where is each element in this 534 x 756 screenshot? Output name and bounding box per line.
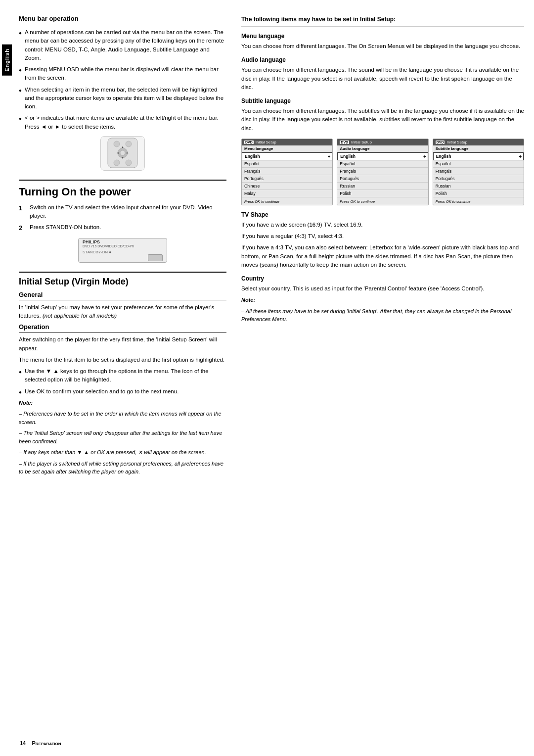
panel2-item-english[interactable]: English — [337, 152, 428, 160]
svg-text:►: ► — [126, 151, 129, 154]
panel2-item-espanol[interactable]: Español — [337, 160, 428, 168]
panel3-header: DVD Initial Setup — [433, 139, 524, 145]
menu-language-text: You can choose from different languages.… — [241, 42, 524, 50]
panel1-item-chinese[interactable]: Chinese — [242, 183, 332, 190]
list-item: When selecting an item in the menu bar, … — [19, 86, 226, 111]
svg-point-10 — [126, 160, 132, 166]
dvd-logo-2: DVD — [340, 141, 349, 144]
intro-heading: The following items may have to be set i… — [241, 15, 524, 24]
turning-on-heading: Turning On the power — [19, 180, 226, 198]
player-diagram-container: PHILIPS DVD 716 DVD/VIDEO CD/CD-Ph STAND… — [19, 238, 226, 263]
left-column: Menu bar operation A number of operation… — [19, 15, 226, 741]
panel3-item-russian[interactable]: Russian — [433, 183, 524, 190]
list-item: Switch on the TV and select the video in… — [19, 203, 226, 221]
right-column: The following items may have to be set i… — [236, 15, 524, 741]
language-tab: English — [0, 15, 14, 741]
panel3-item-english[interactable]: English — [433, 152, 524, 160]
panel1-item-portugues[interactable]: Português — [242, 175, 332, 183]
note-2: – The 'Initial Setup' screen will only d… — [19, 429, 226, 445]
list-item: Use OK to confirm your selection and to … — [19, 387, 226, 396]
country-text: Select your country. This is used as inp… — [241, 284, 524, 293]
panel-menu-language: DVD Initial Setup Menu language English … — [241, 139, 333, 205]
panel1-item-english[interactable]: English — [242, 152, 332, 160]
panel1-button[interactable]: Press OK to continue — [242, 198, 332, 205]
note-1: – Preferences have to be set in the orde… — [19, 410, 226, 426]
panel2-item-russian[interactable]: Russian — [337, 183, 428, 190]
svg-point-4 — [120, 150, 125, 155]
tv-shape-para2: If you have a regular (4:3) TV, select 4… — [241, 232, 524, 240]
panel3-button[interactable]: Press OK to continue — [433, 198, 524, 205]
svg-point-2 — [126, 141, 132, 147]
menu-language-section: Menu language You can choose from differ… — [241, 33, 524, 50]
svg-text:◄: ◄ — [116, 151, 119, 154]
subtitle-language-section: Subtitle language You can choose from di… — [241, 97, 524, 133]
menu-bar-section: Menu bar operation A number of operation… — [19, 15, 226, 171]
audio-language-heading: Audio language — [241, 56, 524, 63]
panel3-item-polish[interactable]: Polish — [433, 190, 524, 197]
player-content: PHILIPS DVD 716 DVD/VIDEO CD/CD-Ph STAND… — [83, 239, 163, 261]
setup-panels-container: DVD Initial Setup Menu language English … — [241, 139, 524, 205]
page-footer: 14 Preparation — [20, 740, 61, 746]
tv-shape-para1: If you have a wide screen (16:9) TV, sel… — [241, 221, 524, 229]
svg-point-1 — [114, 141, 120, 147]
panel2-button[interactable]: Press OK to continue — [337, 198, 428, 205]
player-model: DVD 716 DVD/VIDEO CD/CD-Ph — [83, 244, 163, 248]
panel2-item-portugues[interactable]: Português — [337, 175, 428, 183]
general-text: In 'Initial Setup' you may have to set y… — [19, 303, 226, 321]
menu-bar-bullets: A number of operations can be carried ou… — [19, 28, 226, 131]
panel1-item-francais[interactable]: Français — [242, 168, 332, 175]
section-label: Preparation — [32, 740, 61, 746]
country-heading: Country — [241, 275, 524, 282]
turning-on-section: Turning On the power Switch on the TV an… — [19, 180, 226, 263]
panel3-title: Subtitle language — [433, 145, 524, 152]
panel2-item-francais[interactable]: Français — [337, 168, 428, 175]
panel1-item-malay[interactable]: Malay — [242, 190, 332, 197]
player-logo: PHILIPS — [83, 239, 163, 244]
player-standby: STANDBY-ON ● — [83, 250, 163, 254]
dvd-logo-1: DVD — [244, 141, 254, 144]
remote-diagram: ▲ ▼ ◄ ► — [100, 136, 145, 171]
language-tab-label: English — [2, 45, 12, 76]
list-item: Press STANDBY-ON button. — [19, 223, 226, 233]
panel3-item-espanol[interactable]: Español — [433, 160, 524, 168]
operation-para1: After switching on the player for the ve… — [19, 335, 226, 353]
panel1-item-espanol[interactable]: Español — [242, 160, 332, 168]
note-3: – If any keys other than ▼ ▲ or OK are p… — [19, 448, 226, 457]
intro-section: The following items may have to be set i… — [241, 15, 524, 27]
panel3-item-portugues[interactable]: Português — [433, 175, 524, 183]
country-note-text: – All these items may have to be set dur… — [241, 307, 524, 324]
panel1-title: Menu language — [242, 145, 332, 152]
panel2-header: DVD Initial Setup — [337, 139, 428, 145]
panel-subtitle-language: DVD Initial Setup Subtitle language Engl… — [433, 139, 524, 205]
operation-para2: The menu for the first item to be set is… — [19, 356, 226, 364]
svg-text:▲: ▲ — [121, 145, 124, 148]
player-box: PHILIPS DVD 716 DVD/VIDEO CD/CD-Ph STAND… — [78, 238, 167, 263]
panel-audio-language: DVD Initial Setup Audio language English… — [337, 139, 428, 205]
note-label: Note: — [19, 399, 226, 407]
panel2-title: Audio language — [337, 145, 428, 152]
tv-shape-para3: If you have a 4:3 TV, you can also selec… — [241, 243, 524, 269]
operation-heading: Operation — [19, 323, 226, 332]
svg-point-9 — [114, 160, 120, 166]
list-item: Use the ▼ ▲ keys to go through the optio… — [19, 367, 226, 384]
list-item: < or > indicates that more items are ava… — [19, 114, 226, 131]
list-item: Pressing MENU OSD while the menu bar is … — [19, 65, 226, 83]
svg-text:▼: ▼ — [121, 156, 124, 159]
menu-bar-heading: Menu bar operation — [19, 15, 226, 24]
panel3-item-francais[interactable]: Français — [433, 168, 524, 175]
subtitle-language-text: You can choose from different languages.… — [241, 107, 524, 133]
panel2-item-polish[interactable]: Polish — [337, 190, 428, 197]
initial-setup-section: Initial Setup (Virgin Mode) General In '… — [19, 272, 226, 476]
audio-language-text: You can choose from different languages.… — [241, 66, 524, 92]
list-item: A number of operations can be carried ou… — [19, 28, 226, 62]
audio-language-section: Audio language You can choose from diffe… — [241, 56, 524, 92]
tv-shape-heading: TV Shape — [241, 211, 524, 218]
note-4: – If the player is switched off while se… — [19, 460, 226, 476]
dvd-logo-3: DVD — [436, 141, 445, 144]
player-indicator — [148, 254, 163, 261]
subtitle-language-heading: Subtitle language — [241, 97, 524, 104]
tv-shape-section: TV Shape If you have a wide screen (16:9… — [241, 211, 524, 269]
country-section: Country Select your country. This is use… — [241, 275, 524, 324]
turning-on-steps: Switch on the TV and select the video in… — [19, 203, 226, 233]
menu-language-heading: Menu language — [241, 33, 524, 40]
